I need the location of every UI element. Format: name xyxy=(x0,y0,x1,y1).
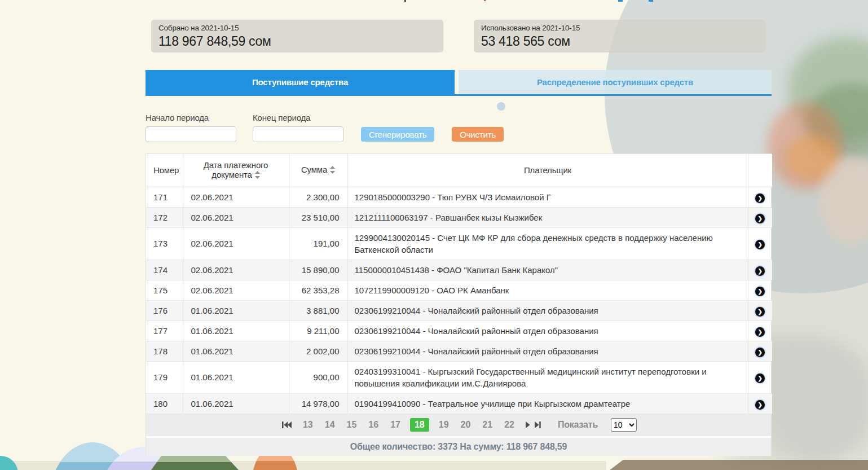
page-number[interactable]: 17 xyxy=(388,418,403,432)
sort-updown-icon[interactable] xyxy=(255,171,260,181)
row-number: 173 xyxy=(146,227,183,260)
period-start-group: Начало периода xyxy=(146,113,236,142)
sort-updown-icon[interactable] xyxy=(330,166,335,175)
open-row-icon[interactable]: ❯ xyxy=(755,287,765,296)
table-row: 179 01.06.2021 900,00 02403199310041 - К… xyxy=(146,361,772,393)
row-date: 01.06.2021 xyxy=(183,320,289,341)
row-date: 02.06.2021 xyxy=(183,260,289,280)
used-value: 53 418 565 сом xyxy=(481,34,759,49)
row-number: 172 xyxy=(146,207,183,227)
row-number: 179 xyxy=(146,361,183,393)
row-payer: 02306199210044 - Чоналайский районный от… xyxy=(347,341,748,361)
open-row-icon[interactable]: ❯ xyxy=(755,327,765,337)
tab-distribution-funds[interactable]: Распределение поступивших средств xyxy=(459,70,772,94)
open-row-icon[interactable]: ❯ xyxy=(755,400,765,410)
period-start-label: Начало периода xyxy=(146,113,236,122)
page-number[interactable]: 20 xyxy=(459,418,473,432)
first-page-icon[interactable] xyxy=(282,421,292,428)
open-row-icon[interactable]: ❯ xyxy=(755,194,765,203)
period-end-group: Конец периода xyxy=(253,113,343,142)
row-date: 01.06.2021 xyxy=(183,393,289,414)
row-payer: 1212111100063197 - Равшанбек кызы Кызжиб… xyxy=(347,207,748,227)
used-summary-box: Использовано на 2021-10-15 53 418 565 со… xyxy=(474,20,766,52)
period-end-label: Конец периода xyxy=(253,113,343,122)
row-number: 175 xyxy=(146,280,183,300)
collected-label: Собрано на 2021-10-15 xyxy=(158,24,436,32)
generate-button[interactable]: Сгенерировать xyxy=(361,127,434,142)
row-amount: 15 890,00 xyxy=(289,260,347,280)
row-number: 178 xyxy=(146,341,183,361)
row-payer: 1072119900009120 - ОАО РК Аманбанк xyxy=(347,280,748,300)
row-amount: 3 881,00 xyxy=(289,300,347,320)
page-number[interactable]: 15 xyxy=(345,418,359,432)
column-header-action xyxy=(748,154,772,187)
row-number: 176 xyxy=(146,300,183,320)
page-number[interactable]: 22 xyxy=(502,418,517,432)
filter-bar: Начало периода Конец периода Сгенерирова… xyxy=(146,113,772,142)
totals-footer: Общее количество: 3373 На сумму: 118 967… xyxy=(146,438,771,456)
row-payer: 01904199410090 - Театральное училище при… xyxy=(347,393,748,414)
row-payer: 02306199210044 - Чоналайский районный от… xyxy=(347,320,748,341)
row-date: 01.06.2021 xyxy=(183,361,289,393)
row-payer: 1299004130020145 - Счет ЦК МФ КР для сбо… xyxy=(347,227,748,260)
row-number: 174 xyxy=(146,260,183,280)
row-payer: 1290185000003290 - Тюп РУВХ Ч/З Исмаилов… xyxy=(347,187,748,207)
payments-table-card: Номер Дата платежного документа Сумма Пл… xyxy=(146,153,772,456)
table-row: 174 02.06.2021 15 890,00 115000001045143… xyxy=(146,260,772,280)
tabs: Поступившие средства Распределение посту… xyxy=(146,70,772,96)
collected-summary-box: Собрано на 2021-10-15 118 967 848,59 сом xyxy=(151,20,443,52)
period-end-input[interactable] xyxy=(253,126,343,142)
table-row: 175 02.06.2021 62 353,28 107211990000912… xyxy=(146,280,772,300)
row-amount: 23 510,00 xyxy=(289,207,347,227)
row-amount: 191,00 xyxy=(289,227,347,260)
next-page-icon[interactable] xyxy=(526,421,530,428)
table-header-row: Номер Дата платежного документа Сумма Пл… xyxy=(146,154,772,187)
open-row-icon[interactable]: ❯ xyxy=(755,266,765,276)
row-number: 177 xyxy=(146,320,183,341)
row-amount: 9 211,00 xyxy=(289,320,347,341)
row-amount: 14 978,00 xyxy=(289,393,347,414)
page-size-select[interactable]: 10 xyxy=(611,418,637,432)
row-amount: 2 300,00 xyxy=(289,187,347,207)
clear-button[interactable]: Очистить xyxy=(452,127,504,142)
column-header-number: Номер xyxy=(146,154,183,187)
table-body: 171 02.06.2021 2 300,00 1290185000003290… xyxy=(146,187,772,414)
page-number[interactable]: 13 xyxy=(301,418,315,432)
row-date: 01.06.2021 xyxy=(183,341,289,361)
page-number[interactable]: 16 xyxy=(366,418,381,432)
open-row-icon[interactable]: ❯ xyxy=(755,307,765,317)
open-row-icon[interactable]: ❯ xyxy=(755,348,765,357)
open-row-icon[interactable]: ❯ xyxy=(755,374,765,383)
row-amount: 900,00 xyxy=(289,361,347,393)
table-row: 171 02.06.2021 2 300,00 1290185000003290… xyxy=(146,187,772,207)
row-amount: 62 353,28 xyxy=(289,280,347,300)
period-start-input[interactable] xyxy=(146,126,236,142)
page-number[interactable]: 14 xyxy=(323,418,337,432)
column-header-amount-label: Сумма xyxy=(301,165,327,174)
collected-value: 118 967 848,59 сом xyxy=(158,34,436,49)
column-header-date[interactable]: Дата платежного документа xyxy=(183,154,289,187)
row-amount: 2 002,00 xyxy=(289,341,347,361)
open-row-icon[interactable]: ❯ xyxy=(755,214,765,223)
tab-incoming-funds[interactable]: Поступившие средства xyxy=(146,70,455,94)
row-date: 02.06.2021 xyxy=(183,187,289,207)
row-date: 02.06.2021 xyxy=(183,207,289,227)
page-number-active[interactable]: 18 xyxy=(410,418,429,432)
table-row: 176 01.06.2021 3 881,00 02306199210044 -… xyxy=(146,300,772,320)
page-number[interactable]: 21 xyxy=(480,418,495,432)
used-label: Использовано на 2021-10-15 xyxy=(481,24,759,32)
row-number: 171 xyxy=(146,187,183,207)
row-number: 180 xyxy=(146,393,183,414)
table-row: 173 02.06.2021 191,00 1299004130020145 -… xyxy=(146,227,772,260)
row-date: 02.06.2021 xyxy=(183,227,289,260)
last-page-icon[interactable] xyxy=(535,421,541,428)
column-header-amount[interactable]: Сумма xyxy=(289,154,347,187)
row-payer: 02403199310041 - Кыргызский Государствен… xyxy=(347,361,748,393)
row-payer: 02306199210044 - Чоналайский районный от… xyxy=(347,300,748,320)
page-number[interactable]: 19 xyxy=(437,418,451,432)
row-date: 01.06.2021 xyxy=(183,300,289,320)
open-row-icon[interactable]: ❯ xyxy=(755,240,765,249)
show-label: Показать xyxy=(558,420,598,430)
table-row: 178 01.06.2021 2 002,00 02306199210044 -… xyxy=(146,341,772,361)
row-date: 02.06.2021 xyxy=(183,280,289,300)
